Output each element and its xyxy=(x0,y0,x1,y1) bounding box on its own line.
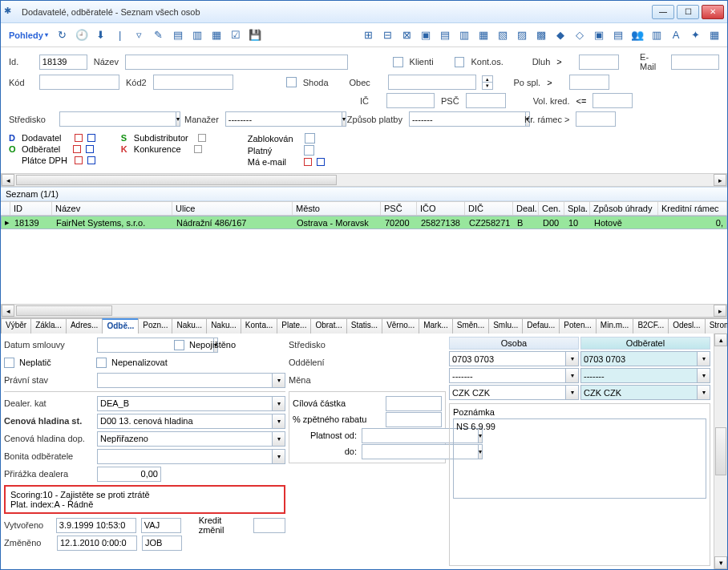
zmeneno-dt[interactable] xyxy=(57,536,137,551)
grid11-icon[interactable]: ▣ xyxy=(591,27,607,43)
pravni-stav-input[interactable] xyxy=(97,373,273,388)
kod-input[interactable] xyxy=(39,75,119,90)
odb-oddeleni-btn[interactable]: ▾ xyxy=(698,368,710,383)
osoba-mena[interactable] xyxy=(449,385,566,400)
bonita-btn[interactable]: ▾ xyxy=(273,449,285,464)
col-mesto[interactable]: Město xyxy=(293,202,381,215)
osoba-stredisko-btn[interactable]: ▾ xyxy=(566,351,579,366)
poznamka-textarea[interactable]: NS 6.9.99 xyxy=(453,418,706,499)
mail-blue-checkbox[interactable] xyxy=(317,158,325,166)
views-menu[interactable]: Pohledy▾ xyxy=(6,29,51,42)
volkred-input[interactable] xyxy=(593,93,633,108)
cenova-hladina-st-btn[interactable]: ▾ xyxy=(273,414,285,429)
platba-input[interactable] xyxy=(409,111,526,127)
odb-red-checkbox[interactable] xyxy=(73,145,81,153)
grid14-icon[interactable]: ▦ xyxy=(706,27,722,43)
col-ico[interactable]: IČO xyxy=(417,202,465,215)
kredit-zmenil-input[interactable] xyxy=(253,518,285,533)
doc2-icon[interactable]: ▥ xyxy=(189,27,205,43)
col-nazev[interactable]: Název xyxy=(52,202,172,215)
id-input[interactable] xyxy=(39,55,87,70)
tab-3[interactable]: Odbě... xyxy=(102,318,139,334)
tab-6[interactable]: Naku... xyxy=(206,318,241,334)
odb-mena-btn[interactable]: ▾ xyxy=(698,385,710,400)
tab-4[interactable]: Pozn... xyxy=(138,318,172,334)
platny-checkbox[interactable] xyxy=(304,145,314,156)
dph-red-checkbox[interactable] xyxy=(75,156,83,164)
name-input[interactable] xyxy=(125,55,348,70)
osoba-oddeleni[interactable] xyxy=(449,368,566,383)
grid7-icon[interactable]: ▦ xyxy=(475,27,491,43)
odb-blue-checkbox[interactable] xyxy=(86,145,94,153)
doc1-icon[interactable]: ▤ xyxy=(170,27,186,43)
col-kredit[interactable]: Kreditní rámec xyxy=(658,202,727,215)
grid3-icon[interactable]: ⊠ xyxy=(398,27,415,43)
zpet-rabat-input[interactable] xyxy=(386,412,442,427)
klienti-checkbox[interactable] xyxy=(393,57,403,67)
grid-hscroll[interactable]: ◂▸ xyxy=(1,304,727,317)
mail-red-checkbox[interactable] xyxy=(304,158,312,166)
sub-checkbox[interactable] xyxy=(198,134,206,142)
col-cen[interactable]: Cen. xyxy=(539,202,564,215)
shoda-checkbox[interactable] xyxy=(286,77,297,87)
osoba-stredisko[interactable] xyxy=(449,351,566,366)
filter-clock-icon[interactable]: 🕘 xyxy=(74,27,90,43)
filter-hscroll[interactable]: ◂▸ xyxy=(1,173,727,187)
dph-blue-checkbox[interactable] xyxy=(87,156,95,164)
tab-13[interactable]: Směn... xyxy=(452,318,489,334)
kontos-checkbox[interactable] xyxy=(455,57,465,67)
zmeneno-user[interactable] xyxy=(142,536,182,551)
cenova-hladina-st-input[interactable] xyxy=(97,414,273,429)
book2-icon[interactable]: ◇ xyxy=(572,27,588,43)
users-icon[interactable]: 👥 xyxy=(629,27,645,43)
grid4-icon[interactable]: ▣ xyxy=(418,27,434,43)
maximize-button[interactable]: ☐ xyxy=(677,5,699,19)
tab-18[interactable]: B2CF... xyxy=(633,318,669,334)
tab-8[interactable]: Plate... xyxy=(277,318,311,334)
save-icon[interactable]: 💾 xyxy=(247,27,263,43)
stredisko-input[interactable] xyxy=(59,111,176,127)
nepojisteno-checkbox[interactable] xyxy=(174,340,184,350)
tab-20[interactable]: Strom... xyxy=(705,318,727,334)
col-ulice[interactable]: Ulice xyxy=(172,202,293,215)
grid5-icon[interactable]: ▤ xyxy=(437,27,453,43)
ic-input[interactable] xyxy=(386,93,435,108)
tab-2[interactable]: Adres... xyxy=(66,318,103,334)
tab-7[interactable]: Konta... xyxy=(241,318,277,334)
dod-red-checkbox[interactable] xyxy=(75,134,83,142)
table-row[interactable]: ▸ 18139 FairNet Systems, s.r.o. Nádražní… xyxy=(1,216,727,229)
tab-1[interactable]: Zákla... xyxy=(30,318,67,334)
close-button[interactable]: ✕ xyxy=(702,5,724,19)
dealer-kat-btn[interactable]: ▾ xyxy=(273,396,285,411)
osoba-oddeleni-btn[interactable]: ▾ xyxy=(566,368,579,383)
col-deal[interactable]: Deal. xyxy=(513,202,539,215)
tab-9[interactable]: Obrat... xyxy=(310,318,346,334)
odb-stredisko[interactable] xyxy=(580,351,698,366)
minimize-button[interactable]: — xyxy=(652,5,674,19)
kod2-input[interactable] xyxy=(153,75,233,90)
cenova-hladina-dop-btn[interactable]: ▾ xyxy=(273,431,285,447)
grid1-icon[interactable]: ⊞ xyxy=(360,27,376,43)
obec-input[interactable] xyxy=(388,75,476,90)
tab-16[interactable]: Poten... xyxy=(559,318,596,334)
col-psc[interactable]: PSČ xyxy=(381,202,417,215)
pravni-stav-btn[interactable]: ▾ xyxy=(273,373,285,388)
col-uhrada[interactable]: Způsob úhrady xyxy=(590,202,658,215)
dluh-input[interactable] xyxy=(579,55,619,70)
puzzle-icon[interactable]: ✦ xyxy=(687,27,703,43)
vytvoreno-user[interactable] xyxy=(141,518,181,533)
odb-mena[interactable] xyxy=(580,385,698,400)
prirazka-input[interactable] xyxy=(97,467,161,482)
tab-15[interactable]: Defau... xyxy=(522,318,560,334)
tab-0[interactable]: Výběr xyxy=(1,318,31,334)
dod-blue-checkbox[interactable] xyxy=(87,134,95,142)
tab-12[interactable]: Mark... xyxy=(419,318,453,334)
col-spla[interactable]: Spla. xyxy=(564,202,590,215)
krramec-input[interactable] xyxy=(576,111,616,127)
grid2-icon[interactable]: ⊟ xyxy=(379,27,395,43)
grid8-icon[interactable]: ▧ xyxy=(495,27,511,43)
tab-11[interactable]: Věrno... xyxy=(382,318,419,334)
tab-10[interactable]: Statis... xyxy=(346,318,382,334)
vytvoreno-dt[interactable] xyxy=(56,518,136,533)
grid10-icon[interactable]: ▩ xyxy=(533,27,549,43)
